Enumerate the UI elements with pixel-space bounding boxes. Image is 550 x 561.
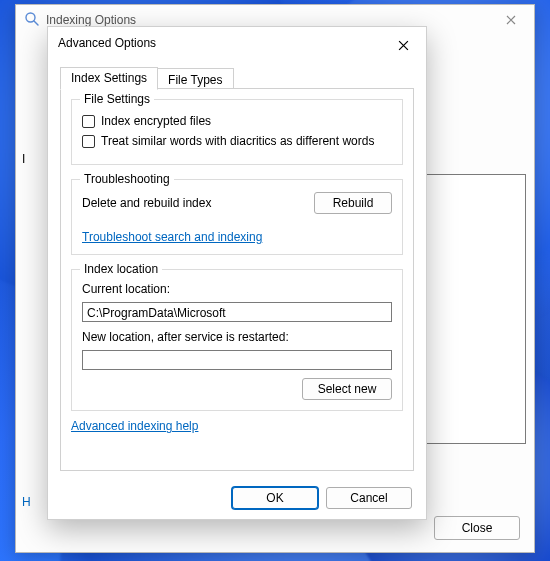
group-troubleshooting: Troubleshooting Delete and rebuild index… [71,179,403,255]
cancel-button[interactable]: Cancel [326,487,412,509]
troubleshoot-link[interactable]: Troubleshoot search and indexing [82,230,262,244]
close-icon [398,40,409,51]
dialog-close-button[interactable] [386,33,420,57]
rebuild-description: Delete and rebuild index [82,196,211,210]
svg-line-1 [34,21,38,25]
new-location-label: New location, after service is restarted… [82,330,392,344]
current-location-label: Current location: [82,282,392,296]
dialog-title: Advanced Options [48,27,426,59]
rebuild-button-label: Rebuild [333,196,374,210]
close-button[interactable]: Close [434,516,520,540]
select-new-button-label: Select new [318,382,377,396]
current-location-field[interactable]: C:\ProgramData\Microsoft [82,302,392,322]
rebuild-button[interactable]: Rebuild [314,192,392,214]
checkbox-diacritics[interactable] [82,135,95,148]
group-troubleshooting-title: Troubleshooting [80,172,174,186]
tab-index-settings-label: Index Settings [71,71,147,85]
group-file-settings: File Settings Index encrypted files Trea… [71,99,403,165]
checkbox-diacritics-label: Treat similar words with diacritics as d… [101,134,374,148]
new-location-field[interactable] [82,350,392,370]
indexing-options-title: Indexing Options [46,13,136,27]
indexing-options-close-button[interactable] [488,5,534,35]
obscured-link[interactable]: H [22,495,31,509]
close-button-label: Close [462,521,493,535]
group-index-location: Index location Current location: C:\Prog… [71,269,403,411]
cancel-button-label: Cancel [350,491,387,505]
group-index-location-title: Index location [80,262,162,276]
checkbox-index-encrypted[interactable] [82,115,95,128]
search-icon [24,11,40,30]
tab-file-types-label: File Types [168,73,222,87]
group-file-settings-title: File Settings [80,92,154,106]
advanced-options-dialog: Advanced Options Index Settings File Typ… [47,26,427,520]
tab-panel-index-settings: File Settings Index encrypted files Trea… [60,88,414,471]
tab-index-settings[interactable]: Index Settings [60,67,158,90]
ok-button[interactable]: OK [232,487,318,509]
select-new-button[interactable]: Select new [302,378,392,400]
checkbox-index-encrypted-label: Index encrypted files [101,114,211,128]
advanced-indexing-help-link[interactable]: Advanced indexing help [71,419,198,433]
obscured-label: I [22,152,25,166]
ok-button-label: OK [266,491,283,505]
